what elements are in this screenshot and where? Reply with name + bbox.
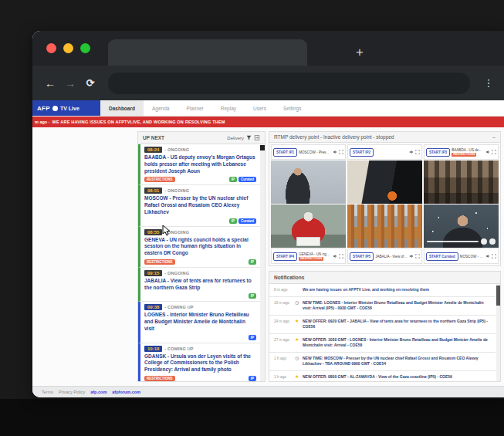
notification-text: NEW OFFER: 0800 GMT - AL-ZAWAYDA - View …	[303, 374, 492, 380]
video-control-bar: START IP4 GENEVA - UN rights cou...RESTR…	[271, 248, 346, 264]
notification-text: We are having issues on AFPTV Live, and …	[303, 287, 492, 293]
maximize-window-icon[interactable]	[80, 43, 90, 53]
upnext-title: UP NEXT	[143, 135, 164, 140]
fullscreen-icon[interactable]	[339, 150, 343, 154]
fullscreen-icon[interactable]	[415, 254, 420, 259]
start-curated-button[interactable]: START Curated	[426, 252, 458, 261]
video-thumbnail-moscow-ip1[interactable]	[271, 161, 346, 204]
browser-toolbar: ← → ⟳ ⋮	[32, 66, 504, 100]
upnext-entry[interactable]: 08:24- ONGOING BAABDA - US deputy envoy'…	[138, 144, 260, 185]
delivery-label: Delivery	[227, 136, 244, 140]
browser-window: + ← → ⟳ ⋮ AFP TV Live Dashboard Agenda P…	[32, 31, 504, 397]
video-control-bar: START IP2	[347, 144, 422, 160]
upnext-entry[interactable]: 08:51- ONGOING MOSCOW - Presser by the U…	[138, 185, 260, 226]
start-ip1-button[interactable]: START IP1	[273, 148, 297, 157]
close-window-icon[interactable]	[46, 43, 56, 53]
alert-banner: m ago · WE ARE HAVING ISSUES ON AFPTVLIV…	[32, 117, 504, 127]
volume-icon[interactable]	[489, 238, 496, 245]
notification-time: 8 m ago	[274, 287, 293, 292]
start-ip3-button[interactable]: START IP3	[426, 148, 450, 157]
video-thumbnail-baabda-ip3[interactable]	[424, 161, 499, 204]
notification-row[interactable]: 16 m ago ◷ NEW TIME: LOGNES - Interior M…	[269, 297, 496, 316]
speaker-icon[interactable]	[485, 254, 490, 259]
filter-icon[interactable]	[246, 135, 252, 140]
seek-bar[interactable]	[427, 241, 479, 242]
entry-title: JABALIA - View of tents area for returne…	[144, 278, 256, 292]
upnext-scrollbar[interactable]	[260, 144, 265, 381]
tab-planner[interactable]: Planner	[178, 100, 211, 116]
back-icon[interactable]: ←	[40, 77, 60, 90]
speaker-icon[interactable]	[409, 150, 414, 154]
notification-time: 27 m ago	[274, 337, 293, 342]
tab-dashboard[interactable]: Dashboard	[100, 100, 144, 116]
browser-tab[interactable]	[108, 39, 307, 66]
address-bar[interactable]	[108, 73, 470, 94]
browser-menu-icon[interactable]: ⋮	[481, 77, 496, 89]
start-ip5-button[interactable]: START IP5	[350, 252, 374, 261]
privacy-link[interactable]: Privacy Policy	[59, 390, 85, 394]
player-controls[interactable]	[427, 238, 496, 245]
tab-agenda[interactable]: Agenda	[144, 100, 178, 116]
notifications-title: Notifications	[274, 275, 304, 280]
upnext-entry[interactable]: 10:18- COMING UP GDANSK - Ursula von der…	[138, 343, 260, 381]
fullscreen-icon[interactable]	[492, 254, 496, 259]
entry-time: 10:18	[144, 346, 162, 352]
reload-icon[interactable]: ⟳	[80, 77, 100, 89]
notification-row[interactable]: 1 h ago ★ NEW OFFER: 0800 GMT - AL-ZAWAY…	[269, 371, 496, 382]
fullscreen-icon[interactable]	[492, 150, 496, 154]
ip-badge: IP	[249, 335, 256, 340]
start-ip4-button[interactable]: START IP4	[273, 252, 297, 261]
start-ip2-button[interactable]: START IP2	[350, 148, 374, 157]
video-thumbnail-geneva-ip4[interactable]	[271, 204, 346, 248]
upnext-entry[interactable]: 08:55- ONGOING GENEVA - UN rights counci…	[138, 227, 260, 268]
afp-tv-live-logo[interactable]: AFP TV Live	[32, 100, 100, 116]
forward-icon[interactable]: →	[60, 77, 80, 90]
ip-badge: IP	[249, 293, 256, 299]
restrictions-badge: RESTRICTIONS	[299, 257, 323, 261]
alert-time: m ago ·	[35, 120, 50, 124]
speaker-icon[interactable]	[409, 254, 414, 259]
star-icon: ★	[295, 319, 300, 323]
video-thumbnail-ip2[interactable]	[347, 161, 422, 204]
video-control-bar: START IP3 BAABDA - US deputy en...RESTRI…	[424, 144, 499, 160]
tab-replay[interactable]: Replay	[212, 100, 245, 116]
terms-link[interactable]: Terms	[42, 390, 53, 394]
settings-icon[interactable]	[481, 238, 487, 245]
notification-row[interactable]: 27 m ago ★ NEW OFFER: 1030 GMT - LOGNES …	[269, 334, 496, 353]
tab-users[interactable]: Users	[245, 100, 275, 116]
video-grid: START IP1 MOSCOW - Presser by t... START…	[269, 143, 500, 265]
notification-row[interactable]: 8 m ago We are having issues on AFPTV Li…	[269, 284, 496, 297]
entry-time: 08:55	[144, 229, 162, 235]
video-thumbnail-jabalia-ip5[interactable]	[347, 204, 422, 248]
panel-menu-icon[interactable]: –	[492, 134, 496, 140]
speaker-icon[interactable]	[333, 254, 337, 259]
logo-brand: AFP	[37, 105, 50, 112]
upnext-entry[interactable]: 09:15- ONGOING JABALIA - View of tents a…	[138, 268, 260, 302]
desktop-background: + ← → ⟳ ⋮ AFP TV Live Dashboard Agenda P…	[0, 0, 504, 436]
minimize-window-icon[interactable]	[63, 43, 73, 53]
upnext-list: 08:24- ONGOING BAABDA - US deputy envoy'…	[138, 144, 265, 381]
curated-badge: Curated	[238, 177, 256, 182]
notification-time: 24 m ago	[274, 319, 293, 323]
upnext-entry[interactable]: 09:38- COMING UP LOGNES - Interior Minis…	[138, 302, 260, 343]
notification-text: NEW OFFER: 0920 GMT - JABALIA - View of …	[303, 319, 492, 330]
notification-row[interactable]: 1 h ago ◷ NEW TIME: MOSCOW - Presser by …	[269, 353, 496, 371]
collapse-panel-icon[interactable]	[254, 135, 260, 140]
video-control-bar: START IP5 JABALIA - View of tents ...	[347, 248, 422, 264]
video-label: MOSCOW - Presser by t...	[299, 150, 331, 154]
new-tab-icon[interactable]: +	[350, 43, 369, 62]
ip-badge: IP	[229, 177, 237, 182]
afpforum-link[interactable]: afpforum.com	[112, 390, 140, 394]
app-header: AFP TV Live Dashboard Agenda Planner Rep…	[32, 100, 504, 117]
video-thumbnail-moscow-curated[interactable]	[424, 204, 499, 248]
notifications-scrollbar[interactable]	[496, 284, 500, 381]
speaker-icon[interactable]	[333, 150, 337, 154]
notification-row[interactable]: 24 m ago ★ NEW OFFER: 0920 GMT - JABALIA…	[269, 316, 496, 334]
fullscreen-icon[interactable]	[415, 150, 420, 154]
desktop-shadow	[0, 399, 504, 436]
fullscreen-icon[interactable]	[339, 254, 343, 259]
tab-settings[interactable]: Settings	[275, 100, 310, 116]
speaker-icon[interactable]	[485, 150, 490, 154]
afp-com-link[interactable]: afp.com	[90, 390, 107, 394]
ip-badge: IP	[229, 218, 237, 224]
